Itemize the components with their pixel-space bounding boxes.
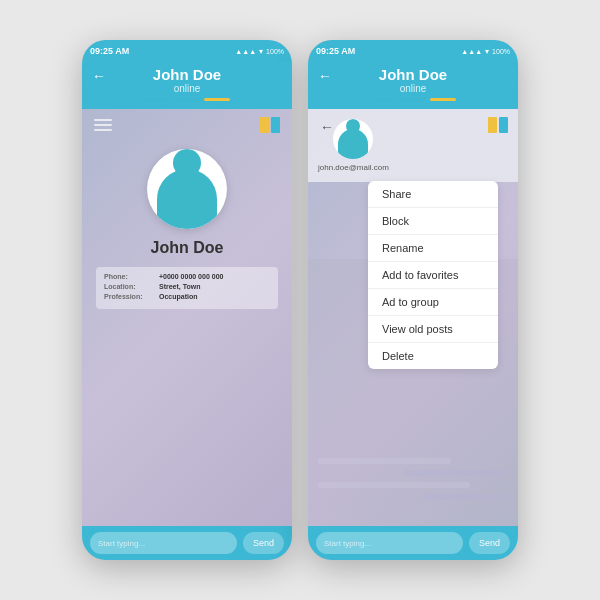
tab-2-3[interactable] (430, 98, 456, 101)
status-bar-2: 09:25 AM ▲▲▲ ▾ 100% (308, 40, 518, 62)
label-profession: Profession: (104, 293, 159, 300)
avatar-head-1 (173, 149, 201, 177)
battery-icon-1: 100% (266, 48, 284, 55)
menu-item-block[interactable]: Block (368, 208, 498, 235)
header-tabs-2 (370, 98, 456, 101)
status-time-1: 09:25 AM (90, 46, 129, 56)
avatar-silhouette-1 (157, 169, 217, 229)
tab-2-2[interactable] (400, 98, 426, 101)
detail-location: Location: Street, Town (104, 283, 270, 290)
tab-3[interactable] (204, 98, 230, 101)
context-back-button[interactable]: ← (320, 119, 334, 135)
label-location: Location: (104, 283, 159, 290)
color-block-2-blue (499, 117, 508, 133)
context-avatar-silhouette (338, 129, 368, 159)
chat-line-1 (318, 458, 451, 464)
menu-bar-2 (94, 124, 112, 126)
menu-bar-1 (94, 119, 112, 121)
status-icons-1: ▲▲▲ ▾ 100% (235, 47, 284, 56)
value-phone: +0000 0000 000 000 (159, 273, 223, 280)
value-profession: Occupation (159, 293, 198, 300)
header-1: ← John Doe online (82, 62, 292, 109)
header-2: ← John Doe online (308, 62, 518, 109)
label-phone: Phone: (104, 273, 159, 280)
color-block-2-yellow (488, 117, 497, 133)
menu-item-view-old-posts[interactable]: View old posts (368, 316, 498, 343)
menu-bar-3 (94, 129, 112, 131)
menu-icon-1[interactable] (94, 119, 112, 131)
status-bar-1: 09:25 AM ▲▲▲ ▾ 100% (82, 40, 292, 62)
chat-input-2[interactable] (316, 532, 463, 554)
color-block-yellow (260, 117, 269, 133)
menu-item-rename[interactable]: Rename (368, 235, 498, 262)
send-button-2[interactable]: Send (469, 532, 510, 554)
back-button-1[interactable]: ← (92, 68, 106, 84)
tab-2[interactable] (174, 98, 200, 101)
status-time-2: 09:25 AM (316, 46, 355, 56)
signal-icon-1: ▲▲▲ (235, 48, 256, 55)
wifi-icon-1: ▾ (259, 47, 263, 56)
tab-2-1[interactable] (370, 98, 396, 101)
signal-icon-2: ▲▲▲ (461, 48, 482, 55)
contact-status-1: online (174, 83, 201, 94)
contact-name-1: John Doe (153, 66, 221, 83)
battery-icon-2: 100% (492, 48, 510, 55)
color-block-blue (271, 117, 280, 133)
detail-profession: Profession: Occupation (104, 293, 270, 300)
color-icon-1 (260, 117, 280, 133)
chat-line-3 (318, 482, 470, 488)
phone-2: 09:25 AM ▲▲▲ ▾ 100% ← John Doe online ← (308, 40, 518, 560)
profile-details-1: Phone: +0000 0000 000 000 Location: Stre… (96, 267, 278, 309)
avatar-1 (147, 149, 227, 229)
phone-1: 09:25 AM ▲▲▲ ▾ 100% ← John Doe online (82, 40, 292, 560)
content-1: John Doe Phone: +0000 0000 000 000 Locat… (82, 109, 292, 526)
context-email: john.doe@mail.com (318, 163, 389, 172)
context-menu-area: john.doe@mail.com (308, 109, 518, 182)
send-button-1[interactable]: Send (243, 532, 284, 554)
value-location: Street, Town (159, 283, 200, 290)
status-icons-2: ▲▲▲ ▾ 100% (461, 47, 510, 56)
detail-phone: Phone: +0000 0000 000 000 (104, 273, 270, 280)
back-button-2[interactable]: ← (318, 68, 332, 84)
menu-item-add-favorites[interactable]: Add to favorites (368, 262, 498, 289)
avatar-container-1 (82, 149, 292, 229)
chat-input-1[interactable] (90, 532, 237, 554)
wifi-icon-2: ▾ (485, 47, 489, 56)
chat-line-2 (404, 470, 509, 476)
footer-1: Send (82, 526, 292, 560)
contact-status-2: online (400, 83, 427, 94)
menu-item-share[interactable]: Share (368, 181, 498, 208)
tab-1[interactable] (144, 98, 170, 101)
menu-item-ad-group[interactable]: Ad to group (368, 289, 498, 316)
context-avatar-head (346, 119, 360, 133)
menu-item-delete[interactable]: Delete (368, 343, 498, 369)
chat-lines (318, 458, 508, 506)
contact-name-2: John Doe (379, 66, 447, 83)
header-tabs-1 (144, 98, 230, 101)
context-menu-list: Share Block Rename Add to favorites Ad t… (368, 181, 498, 369)
footer-2: Send (308, 526, 518, 560)
content-2: ← john.doe@mail.com Share Block Rename A… (308, 109, 518, 526)
context-avatar (333, 119, 373, 159)
chat-line-4 (423, 494, 509, 500)
profile-name-1: John Doe (82, 239, 292, 257)
